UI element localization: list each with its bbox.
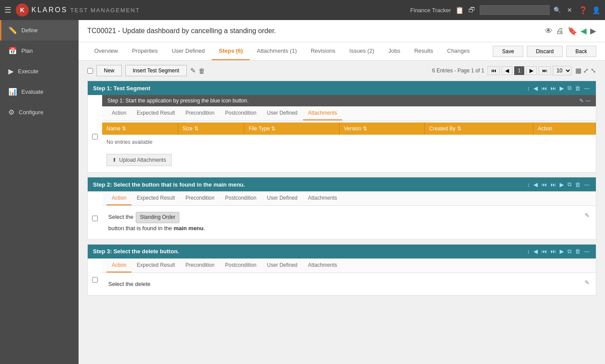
step-2-checkbox[interactable] xyxy=(92,197,98,239)
step1-tab-attachments[interactable]: Attachments xyxy=(303,106,343,120)
per-page-select[interactable]: 10 25 50 xyxy=(553,66,572,75)
col-size[interactable]: Size ⇅ xyxy=(178,122,244,135)
tab-user-defined[interactable]: User Defined xyxy=(165,42,212,60)
step1-delete-icon[interactable]: 🗑 xyxy=(574,85,581,92)
tab-overview[interactable]: Overview xyxy=(87,42,125,60)
discard-button[interactable]: Discard xyxy=(527,46,563,57)
first-page-button[interactable]: ⏮ xyxy=(488,66,500,75)
next-page-button[interactable]: ▶ xyxy=(526,66,537,75)
step2-tab-precondition[interactable]: Precondition xyxy=(180,191,220,205)
step-3-checkbox[interactable] xyxy=(92,265,98,295)
save-button[interactable]: Save xyxy=(493,46,523,57)
step3-tab-attachments[interactable]: Attachments xyxy=(303,259,343,272)
step-1-checkbox[interactable] xyxy=(92,101,98,172)
hamburger-icon[interactable]: ☰ xyxy=(4,5,11,15)
insert-segment-button[interactable]: Insert Test Segment xyxy=(125,65,187,76)
tab-jobs[interactable]: Jobs xyxy=(381,42,407,60)
help-icon[interactable]: ❓ xyxy=(579,6,588,14)
step1-last-icon[interactable]: ⏭ xyxy=(550,85,557,92)
step2-delete-icon[interactable]: 🗑 xyxy=(574,181,581,188)
step1-copy-icon[interactable]: ⧉ xyxy=(567,85,572,92)
tab-issues[interactable]: Issues (2) xyxy=(342,42,381,60)
step1-tab-precondition[interactable]: Precondition xyxy=(180,106,220,120)
step3-delete-icon[interactable]: 🗑 xyxy=(574,248,581,255)
grid-view-icon[interactable]: ▦ xyxy=(575,67,581,75)
upload-attachments-button[interactable]: ⬆ Upload Attachments xyxy=(107,154,172,166)
back-nav-icon[interactable]: ◀ xyxy=(581,26,587,36)
step3-tab-action[interactable]: Action xyxy=(107,259,131,272)
project-icon[interactable]: 📋 xyxy=(455,6,464,14)
step1-collapse-icon[interactable]: — xyxy=(583,85,591,92)
step2-prev-icon[interactable]: ◀ xyxy=(533,181,539,188)
step2-sort-icon[interactable]: ↕ xyxy=(526,181,531,188)
step2-copy-icon[interactable]: ⧉ xyxy=(567,181,572,188)
step3-copy-icon[interactable]: ⧉ xyxy=(567,248,572,255)
step1-edit-icon[interactable]: ✎ xyxy=(579,98,584,104)
step1-tab-postcondition[interactable]: Postcondition xyxy=(220,106,261,120)
step1-first-icon[interactable]: ⏮ xyxy=(540,85,548,92)
step3-last-icon[interactable]: ⏭ xyxy=(550,248,557,255)
step1-tab-action[interactable]: Action xyxy=(107,106,131,120)
col-name[interactable]: Name ⇅ xyxy=(102,122,178,135)
step1-prev-icon[interactable]: ◀ xyxy=(533,85,539,92)
user-icon[interactable]: 👤 xyxy=(592,6,601,14)
step1-minus-icon[interactable]: — xyxy=(585,98,591,104)
col-created-by[interactable]: Created By ⇅ xyxy=(425,122,533,135)
sidebar-item-plan[interactable]: 📅 Plan xyxy=(0,41,79,61)
step3-tab-postcondition[interactable]: Postcondition xyxy=(220,259,261,272)
step2-collapse-icon[interactable]: — xyxy=(583,181,591,188)
print-icon[interactable]: 🖨 xyxy=(556,27,564,36)
step3-tab-precondition[interactable]: Precondition xyxy=(180,259,220,272)
back-button[interactable]: Back xyxy=(566,46,596,57)
tab-results[interactable]: Results xyxy=(407,42,440,60)
step3-tab-expected[interactable]: Expected Result xyxy=(131,259,180,272)
view-icon[interactable]: 👁 xyxy=(545,27,553,36)
col-filetype[interactable]: File Type ⇅ xyxy=(244,122,339,135)
step2-tab-postcondition[interactable]: Postcondition xyxy=(220,191,261,205)
search-clear-button[interactable]: ✕ xyxy=(565,6,574,14)
step3-next-icon[interactable]: ▶ xyxy=(559,248,565,255)
step3-collapse-icon[interactable]: — xyxy=(583,248,591,255)
collapse-icon[interactable]: ⤡ xyxy=(591,67,596,75)
step2-tab-action[interactable]: Action xyxy=(107,191,131,205)
step2-first-icon[interactable]: ⏮ xyxy=(540,181,548,188)
tab-properties[interactable]: Properties xyxy=(125,42,165,60)
step3-edit-icon[interactable]: ✎ xyxy=(584,279,590,286)
prev-page-button[interactable]: ◀ xyxy=(502,66,512,75)
search-input[interactable] xyxy=(480,5,550,15)
sidebar-item-execute[interactable]: ▶ Execute xyxy=(0,61,79,82)
bookmark-icon[interactable]: 🔖 xyxy=(567,26,577,36)
step3-tab-user-defined[interactable]: User Defined xyxy=(262,259,303,272)
forward-nav-icon[interactable]: ▶ xyxy=(590,26,596,36)
step1-sort-icon[interactable]: ↕ xyxy=(526,85,531,92)
sidebar-item-define[interactable]: ✏️ Define xyxy=(0,20,79,41)
step3-sort-icon[interactable]: ↕ xyxy=(526,248,531,255)
step2-tab-user-defined[interactable]: User Defined xyxy=(262,191,303,205)
sidebar-item-evaluate[interactable]: 📊 Evaluate xyxy=(0,82,79,102)
step1-tab-user-defined[interactable]: User Defined xyxy=(262,106,303,120)
step1-next-icon[interactable]: ▶ xyxy=(559,85,565,92)
tab-steps[interactable]: Steps (6) xyxy=(212,42,250,60)
tab-changes[interactable]: Changes xyxy=(440,42,477,60)
step1-tab-expected[interactable]: Expected Result xyxy=(131,106,180,120)
tab-revisions[interactable]: Revisions xyxy=(304,42,342,60)
step2-tab-expected[interactable]: Expected Result xyxy=(131,191,180,205)
tab-attachments[interactable]: Attachments (1) xyxy=(250,42,304,60)
last-page-button[interactable]: ⏭ xyxy=(539,66,551,75)
layout-icon[interactable]: 🗗 xyxy=(468,6,475,14)
step2-edit-icon[interactable]: ✎ xyxy=(584,212,590,219)
new-button[interactable]: New xyxy=(96,65,122,76)
step3-first-icon[interactable]: ⏮ xyxy=(540,248,548,255)
delete-icon[interactable]: 🗑 xyxy=(199,67,205,75)
step3-prev-icon[interactable]: ◀ xyxy=(533,248,539,255)
search-button[interactable]: 🔍 xyxy=(551,6,563,14)
col-version[interactable]: Version ⇅ xyxy=(339,122,425,135)
page-1-button[interactable]: 1 xyxy=(514,66,524,75)
step2-next-icon[interactable]: ▶ xyxy=(559,181,565,188)
step2-last-icon[interactable]: ⏭ xyxy=(550,181,557,188)
edit-icon[interactable]: ✎ xyxy=(190,67,196,75)
select-all-checkbox[interactable] xyxy=(87,68,93,74)
step2-tab-attachments[interactable]: Attachments xyxy=(303,191,343,205)
expand-icon[interactable]: ⤢ xyxy=(583,67,589,75)
sidebar-item-configure[interactable]: ⚙ Configure xyxy=(0,102,79,122)
